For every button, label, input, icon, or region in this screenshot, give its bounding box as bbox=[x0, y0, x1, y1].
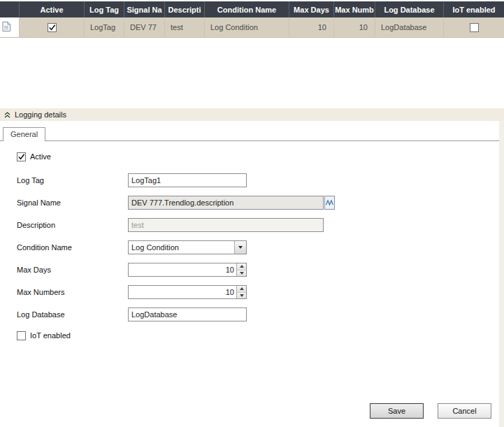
cell-max-days: 10 bbox=[289, 17, 333, 37]
cell-condition-name: Log Condition bbox=[204, 17, 289, 37]
document-icon bbox=[2, 22, 10, 33]
details-form: Active Log Tag Signal Name Descr bbox=[0, 141, 504, 345]
triangle-down-icon bbox=[240, 294, 244, 297]
cell-active bbox=[19, 17, 84, 37]
collapse-icon[interactable] bbox=[4, 108, 10, 121]
max-days-down-button[interactable] bbox=[237, 270, 246, 277]
active-checkbox[interactable] bbox=[17, 152, 26, 161]
footer-buttons: Save Cancel bbox=[370, 403, 491, 419]
log-database-input[interactable] bbox=[128, 307, 247, 321]
row-active-checkbox[interactable] bbox=[48, 23, 57, 32]
signal-name-label: Signal Name bbox=[17, 198, 128, 207]
column-header-signal-name[interactable]: Signal Na bbox=[124, 1, 164, 17]
cell-log-database: LogDatabase bbox=[375, 17, 443, 37]
waveform-icon bbox=[326, 196, 333, 209]
condition-name-field-row: Condition Name Log Condition bbox=[17, 236, 504, 259]
cancel-button[interactable]: Cancel bbox=[438, 403, 491, 419]
save-button[interactable]: Save bbox=[370, 403, 424, 419]
row-selector-cell[interactable] bbox=[0, 17, 19, 37]
active-label: Active bbox=[30, 152, 51, 161]
cell-max-numbers: 10 bbox=[333, 17, 375, 37]
grid-header-row: Active Log Tag Signal Na Descripti Condi… bbox=[0, 1, 504, 17]
tab-general[interactable]: General bbox=[3, 127, 45, 141]
triangle-up-icon bbox=[240, 265, 244, 268]
max-numbers-spinner bbox=[128, 285, 247, 299]
logging-configuration-screen: Active Log Tag Signal Na Descripti Condi… bbox=[0, 0, 504, 427]
max-numbers-input[interactable] bbox=[129, 286, 236, 298]
condition-name-value: Log Condition bbox=[129, 241, 234, 254]
description-label: Description bbox=[17, 221, 128, 229]
description-input bbox=[128, 218, 324, 232]
column-header-max-numbers[interactable]: Max Numb bbox=[333, 1, 375, 17]
column-header-active[interactable]: Active bbox=[19, 1, 84, 17]
chevron-down-icon bbox=[238, 246, 243, 249]
max-numbers-up-button[interactable] bbox=[237, 286, 246, 293]
column-header-log-database[interactable]: Log Database bbox=[375, 1, 443, 17]
details-tabstrip: General bbox=[0, 126, 499, 141]
max-days-field-row: Max Days bbox=[17, 259, 504, 281]
column-header-iot-enabled[interactable]: IoT enabled bbox=[443, 1, 504, 17]
log-tag-label: Log Tag bbox=[17, 176, 128, 184]
iot-enabled-checkbox[interactable] bbox=[17, 331, 26, 340]
triangle-down-icon bbox=[240, 272, 244, 275]
logging-details-title: Logging details bbox=[15, 110, 66, 119]
logging-details-header[interactable]: Logging details bbox=[0, 108, 504, 121]
column-header-condition-name[interactable]: Condition Name bbox=[204, 1, 289, 17]
max-numbers-down-button[interactable] bbox=[237, 293, 246, 299]
signal-browse-button[interactable] bbox=[324, 196, 335, 210]
log-database-field-row: Log Database bbox=[17, 303, 504, 326]
logging-details-panel: Logging details General Active Log Tag S… bbox=[0, 108, 504, 427]
panel-right-edge bbox=[499, 121, 504, 427]
log-tag-input[interactable] bbox=[128, 173, 247, 187]
log-tag-field-row: Log Tag bbox=[17, 169, 504, 191]
column-header-description[interactable]: Descripti bbox=[164, 1, 204, 17]
cell-iot-enabled bbox=[443, 17, 504, 37]
column-header-row-selector[interactable] bbox=[0, 1, 19, 17]
max-days-spinner bbox=[128, 263, 247, 277]
triangle-up-icon bbox=[240, 287, 244, 290]
log-database-label: Log Database bbox=[17, 310, 128, 319]
signal-name-field-row: Signal Name bbox=[17, 191, 504, 214]
signal-name-input bbox=[128, 196, 324, 210]
condition-name-label: Condition Name bbox=[17, 243, 128, 252]
condition-dropdown-button[interactable] bbox=[234, 241, 246, 254]
iot-enabled-field-row: IoT enabled bbox=[17, 326, 504, 345]
description-field-row: Description bbox=[17, 214, 504, 236]
column-header-log-tag[interactable]: Log Tag bbox=[84, 1, 124, 17]
row-iot-checkbox[interactable] bbox=[470, 23, 479, 32]
max-days-input[interactable] bbox=[129, 263, 236, 276]
column-header-max-days[interactable]: Max Days bbox=[289, 1, 333, 17]
max-days-label: Max Days bbox=[17, 266, 128, 274]
iot-enabled-label: IoT enabled bbox=[30, 331, 71, 340]
cell-log-tag: LogTag bbox=[84, 17, 124, 37]
condition-name-dropdown[interactable]: Log Condition bbox=[128, 240, 247, 254]
max-numbers-field-row: Max Numbers bbox=[17, 281, 504, 303]
max-days-up-button[interactable] bbox=[237, 263, 246, 270]
log-entries-grid: Active Log Tag Signal Na Descripti Condi… bbox=[0, 1, 504, 38]
cell-signal-name: DEV 77 bbox=[124, 17, 164, 37]
max-numbers-label: Max Numbers bbox=[17, 288, 128, 296]
grid-data-row[interactable]: LogTag DEV 77 test Log Condition 10 10 L… bbox=[0, 17, 504, 38]
cell-description: test bbox=[164, 17, 204, 37]
active-field-row: Active bbox=[17, 147, 504, 166]
